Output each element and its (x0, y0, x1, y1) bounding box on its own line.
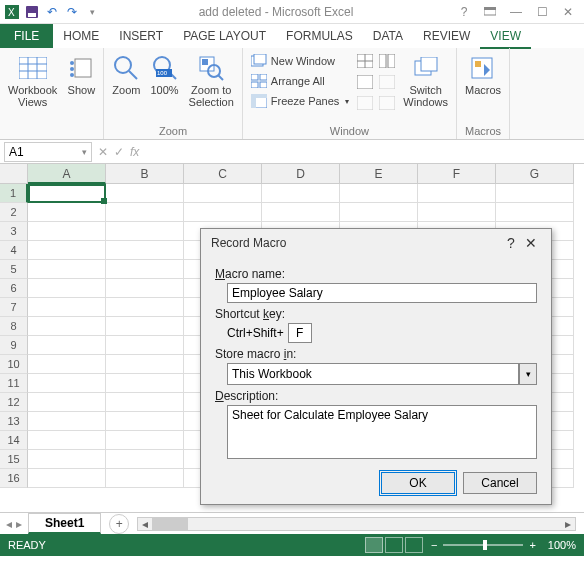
cell[interactable] (28, 469, 106, 488)
reset-pos-icon[interactable] (379, 96, 395, 113)
select-all-corner[interactable] (0, 164, 28, 184)
freeze-panes-button[interactable]: Freeze Panes▾ (249, 92, 351, 110)
cell[interactable] (28, 450, 106, 469)
cell[interactable] (106, 241, 184, 260)
ok-button[interactable]: OK (381, 472, 455, 494)
cell[interactable] (496, 203, 574, 222)
switch-windows-button[interactable]: Switch Windows (401, 52, 450, 110)
cell[interactable] (262, 203, 340, 222)
cell[interactable] (340, 184, 418, 203)
tab-home[interactable]: HOME (53, 24, 109, 48)
row-header[interactable]: 5 (0, 260, 28, 279)
ribbon-options-icon[interactable] (478, 4, 502, 20)
cell[interactable] (106, 203, 184, 222)
cell[interactable] (184, 203, 262, 222)
shortcut-key-input[interactable] (288, 323, 312, 343)
cell[interactable] (28, 241, 106, 260)
macro-name-input[interactable] (227, 283, 537, 303)
cell[interactable] (106, 450, 184, 469)
tab-page-layout[interactable]: PAGE LAYOUT (173, 24, 276, 48)
new-window-button[interactable]: New Window (249, 52, 351, 70)
zoom-out-icon[interactable]: − (431, 539, 437, 551)
formula-input[interactable] (145, 142, 584, 162)
tab-view[interactable]: VIEW (480, 24, 531, 49)
add-sheet-button[interactable]: + (109, 514, 129, 534)
cell[interactable] (106, 469, 184, 488)
description-input[interactable] (227, 405, 537, 459)
sheet-tab[interactable]: Sheet1 (28, 513, 101, 534)
tab-file[interactable]: FILE (0, 24, 53, 48)
page-layout-view-icon[interactable] (385, 537, 403, 553)
tab-review[interactable]: REVIEW (413, 24, 480, 48)
page-break-view-icon[interactable] (405, 537, 423, 553)
qat-dropdown-icon[interactable]: ▾ (84, 4, 100, 20)
cell[interactable] (106, 374, 184, 393)
sheet-nav-prev-icon[interactable]: ◂ (6, 517, 12, 531)
hide-icon[interactable] (357, 75, 373, 92)
cell[interactable] (28, 298, 106, 317)
col-header[interactable]: F (418, 164, 496, 184)
name-box[interactable]: A1▾ (4, 142, 92, 162)
cell[interactable] (106, 298, 184, 317)
col-header[interactable]: G (496, 164, 574, 184)
cell[interactable] (262, 184, 340, 203)
row-header[interactable]: 15 (0, 450, 28, 469)
scroll-left-icon[interactable]: ◂ (138, 517, 152, 531)
row-header[interactable]: 6 (0, 279, 28, 298)
side-by-side-icon[interactable] (379, 54, 395, 71)
arrange-all-button[interactable]: Arrange All (249, 72, 351, 90)
tab-formulas[interactable]: FORMULAS (276, 24, 363, 48)
cell[interactable] (496, 184, 574, 203)
cell[interactable] (28, 336, 106, 355)
macros-button[interactable]: Macros (463, 52, 503, 98)
redo-icon[interactable]: ↷ (64, 4, 80, 20)
zoom-level[interactable]: 100% (548, 539, 576, 551)
zoom-100-button[interactable]: 100 100% (148, 52, 180, 98)
row-header[interactable]: 9 (0, 336, 28, 355)
cell[interactable] (28, 374, 106, 393)
row-header[interactable]: 10 (0, 355, 28, 374)
sync-scroll-icon[interactable] (379, 75, 395, 92)
cancel-button[interactable]: Cancel (463, 472, 537, 494)
cell[interactable] (106, 260, 184, 279)
cell[interactable] (106, 184, 184, 203)
normal-view-icon[interactable] (365, 537, 383, 553)
cell[interactable] (28, 431, 106, 450)
tab-insert[interactable]: INSERT (109, 24, 173, 48)
minimize-icon[interactable]: — (504, 4, 528, 20)
zoom-button[interactable]: Zoom (110, 52, 142, 98)
scroll-right-icon[interactable]: ▸ (561, 517, 575, 531)
row-header[interactable]: 4 (0, 241, 28, 260)
cell[interactable] (418, 184, 496, 203)
cell[interactable] (106, 279, 184, 298)
show-button[interactable]: Show (65, 52, 97, 98)
row-header[interactable]: 14 (0, 431, 28, 450)
save-icon[interactable] (24, 4, 40, 20)
row-header[interactable]: 11 (0, 374, 28, 393)
cell[interactable] (28, 260, 106, 279)
fx-icon[interactable]: fx (130, 145, 139, 159)
row-header[interactable]: 12 (0, 393, 28, 412)
row-header[interactable]: 7 (0, 298, 28, 317)
row-header[interactable]: 3 (0, 222, 28, 241)
cell[interactable] (340, 203, 418, 222)
horizontal-scrollbar[interactable]: ◂ ▸ (137, 517, 576, 531)
split-icon[interactable] (357, 54, 373, 71)
cell[interactable] (28, 222, 106, 241)
close-icon[interactable]: ✕ (556, 4, 580, 20)
zoom-in-icon[interactable]: + (529, 539, 535, 551)
zoom-slider[interactable] (443, 544, 523, 546)
undo-icon[interactable]: ↶ (44, 4, 60, 20)
cell[interactable] (106, 393, 184, 412)
chevron-down-icon[interactable]: ▾ (519, 363, 537, 385)
dialog-close-icon[interactable]: ✕ (521, 235, 541, 251)
sheet-nav-next-icon[interactable]: ▸ (16, 517, 22, 531)
cell[interactable] (28, 203, 106, 222)
cell[interactable] (106, 317, 184, 336)
row-header[interactable]: 1 (0, 184, 28, 203)
cancel-formula-icon[interactable]: ✕ (98, 145, 108, 159)
zoom-selection-button[interactable]: Zoom to Selection (187, 52, 236, 110)
col-header[interactable]: D (262, 164, 340, 184)
col-header[interactable]: A (28, 164, 106, 184)
row-header[interactable]: 16 (0, 469, 28, 488)
